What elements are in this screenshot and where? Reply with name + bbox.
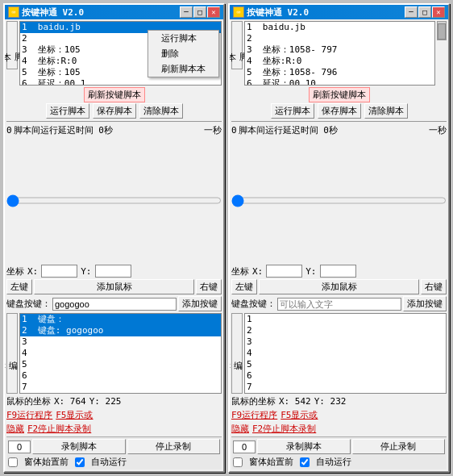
editor-item[interactable]: 8 — [245, 393, 446, 394]
script-editor-right[interactable]: 1 2 3 4 5 6 7 8 9 10 11 12 — [244, 313, 447, 394]
script-list-right[interactable]: 1 baidu.jb 2 3 坐标：1058- 797 4 坐标:R:0 5 坐… — [244, 21, 435, 86]
y-label-left: Y: — [81, 266, 91, 277]
editor-item[interactable]: 7 — [245, 382, 446, 393]
maximize-btn-right[interactable]: □ — [418, 6, 431, 18]
stop-record-btn-left[interactable]: 停止录制 — [127, 439, 221, 454]
y-input-right[interactable] — [320, 265, 356, 278]
add-key-btn-left[interactable]: 添加按键 — [178, 296, 222, 311]
record-num-right[interactable] — [233, 441, 256, 453]
list-item[interactable]: 6 延迟：00.10 — [245, 78, 434, 86]
f5-link-right[interactable]: F5显示或 — [281, 409, 318, 421]
f5-link-left[interactable]: F5显示或 — [56, 409, 93, 421]
x-label-right: X: — [252, 266, 263, 277]
maximize-btn-left[interactable]: □ — [193, 6, 206, 18]
list-item[interactable]: 2 — [245, 33, 434, 44]
f9-link-right[interactable]: F9运行程序 — [231, 409, 277, 421]
record-btn-left[interactable]: 录制脚本 — [32, 439, 126, 454]
hotkey-row-right: F9运行程序 F5显示或 — [231, 409, 447, 421]
save-script-btn-left[interactable]: 保存脚本 — [93, 103, 136, 119]
status-row-right: 鼠标的坐标 X: 542 Y: 232 — [231, 395, 447, 407]
ctx-refresh[interactable]: 刷新脚本本 — [148, 61, 218, 77]
title-text-right: 按键神通 V2.0 — [247, 6, 309, 19]
refresh-script-btn-right[interactable]: 刷新按键脚本 — [309, 87, 370, 102]
cb-window-front-right[interactable] — [233, 457, 243, 467]
cb-auto-run-right[interactable] — [300, 457, 310, 467]
add-mouse-btn-right[interactable]: 添加鼠标 — [259, 279, 419, 294]
editor-item[interactable]: 2 键盘: gogogoo — [20, 325, 221, 336]
delay-slider-right[interactable] — [231, 138, 447, 263]
mouse-y-right: Y: 232 — [314, 396, 347, 407]
list-item[interactable]: 3 坐标：1058- 797 — [245, 44, 434, 56]
editor-item[interactable]: 1 — [245, 314, 446, 325]
f2-link-right[interactable]: F2停止脚本录制 — [252, 423, 316, 435]
hide-link-right[interactable]: 隐藏 — [231, 423, 249, 435]
left-mouse-btn-left[interactable]: 左键 — [6, 279, 32, 294]
hide-link-left[interactable]: 隐藏 — [6, 423, 24, 435]
list-item[interactable]: 1 baidu.jb — [245, 22, 434, 33]
cb1-label-right: 窗体始置前 — [249, 456, 293, 468]
record-row-right: 录制脚本 停止录制 — [233, 439, 445, 454]
run-script-btn-left[interactable]: 运行脚本 — [46, 103, 89, 119]
list-item[interactable]: 5 坐标：1058- 796 — [245, 67, 434, 78]
editor-item[interactable]: 7 — [20, 382, 221, 393]
checkbox-row-left: 窗体始置前 自动运行 — [8, 456, 220, 468]
minimize-btn-right[interactable]: ─ — [405, 6, 418, 18]
editor-item[interactable]: 3 — [20, 336, 221, 348]
add-mouse-btn-left[interactable]: 添加鼠标 — [34, 279, 194, 294]
keyboard-row-left: 键盘按键： 添加按键 — [6, 296, 222, 311]
delay-area-left: 0 脚本间运行延迟时间 0秒 一秒 — [6, 124, 222, 136]
editor-item[interactable]: 6 — [20, 370, 221, 382]
editor-item[interactable]: 4 — [20, 348, 221, 359]
y-input-left[interactable] — [95, 265, 131, 278]
delay-label-left: 0 — [6, 125, 12, 136]
close-btn-right[interactable]: ✕ — [432, 6, 445, 18]
editor-item[interactable]: 4 — [245, 348, 446, 359]
editor-item[interactable]: 3 — [245, 336, 446, 348]
record-row-left: 录制脚本 停止录制 — [8, 439, 220, 454]
status-row-left: 鼠标的坐标 X: 764 Y: 225 — [6, 395, 222, 407]
script-editor-left[interactable]: 1 键盘： 2 键盘: gogogoo 3 4 5 6 7 8 9 10 11 … — [19, 313, 222, 394]
delay-slider-left[interactable] — [6, 138, 222, 263]
clear-script-btn-right[interactable]: 清除脚本 — [364, 103, 408, 119]
ctx-delete[interactable]: 删除 — [148, 46, 218, 61]
hide-row-left: 隐藏 F2停止脚本录制 — [6, 423, 222, 435]
left-mouse-btn-right[interactable]: 左键 — [231, 279, 257, 294]
editor-item[interactable]: 5 — [245, 359, 446, 370]
scrollbar-right[interactable] — [437, 21, 447, 40]
list-item[interactable]: 4 坐标:R:0 — [245, 56, 434, 67]
record-btn-right[interactable]: 录制脚本 — [257, 439, 351, 454]
minimize-btn-left[interactable]: ─ — [180, 6, 193, 18]
save-script-btn-right[interactable]: 保存脚本 — [318, 103, 361, 119]
keyboard-input-left[interactable] — [52, 298, 177, 311]
script-list-left[interactable]: 1 baidu.jb 2 3 坐标：105 4 坐标:R:0 5 坐标：105 … — [19, 21, 222, 86]
f2-link-left[interactable]: F2停止脚本录制 — [27, 423, 91, 435]
keyboard-label-right: 键盘按键： — [231, 298, 276, 310]
ctx-run[interactable]: 运行脚本 — [148, 31, 218, 46]
right-mouse-btn-left[interactable]: 右键 — [196, 279, 222, 294]
cb-auto-run-left[interactable] — [75, 457, 85, 467]
x-input-left[interactable] — [41, 265, 77, 278]
f9-link-left[interactable]: F9运行程序 — [6, 409, 52, 421]
editor-item[interactable]: 2 — [245, 325, 446, 336]
run-script-btn-right[interactable]: 运行脚本 — [271, 103, 314, 119]
keyboard-row-right: 键盘按键： 添加按键 — [231, 296, 447, 311]
scrollbar-thumb-right[interactable] — [438, 23, 446, 40]
editor-item[interactable]: 6 — [245, 370, 446, 382]
cb-window-front-left[interactable] — [8, 457, 18, 467]
list-item[interactable]: 6 延迟：00.1 — [20, 78, 221, 86]
add-key-btn-right[interactable]: 添加按键 — [403, 296, 447, 311]
delay-max-right: 一秒 — [429, 124, 447, 136]
refresh-script-btn-left[interactable]: 刷新按键脚本 — [84, 87, 145, 102]
editor-item[interactable]: 5 — [20, 359, 221, 370]
stop-record-btn-right[interactable]: 停止录制 — [352, 439, 446, 454]
context-menu-left[interactable]: 运行脚本 删除 刷新脚本本 — [148, 30, 219, 77]
close-btn-left[interactable]: ✕ — [207, 6, 220, 18]
x-input-right[interactable] — [266, 265, 302, 278]
editor-item[interactable]: 8 — [20, 393, 221, 394]
editor-item[interactable]: 1 键盘： — [20, 314, 221, 325]
coord-label-left: 坐标 — [6, 265, 24, 278]
right-mouse-btn-right[interactable]: 右键 — [421, 279, 447, 294]
keyboard-input-right[interactable] — [277, 298, 401, 311]
record-num-left[interactable] — [8, 441, 31, 453]
clear-script-btn-left[interactable]: 清除脚本 — [139, 103, 183, 119]
